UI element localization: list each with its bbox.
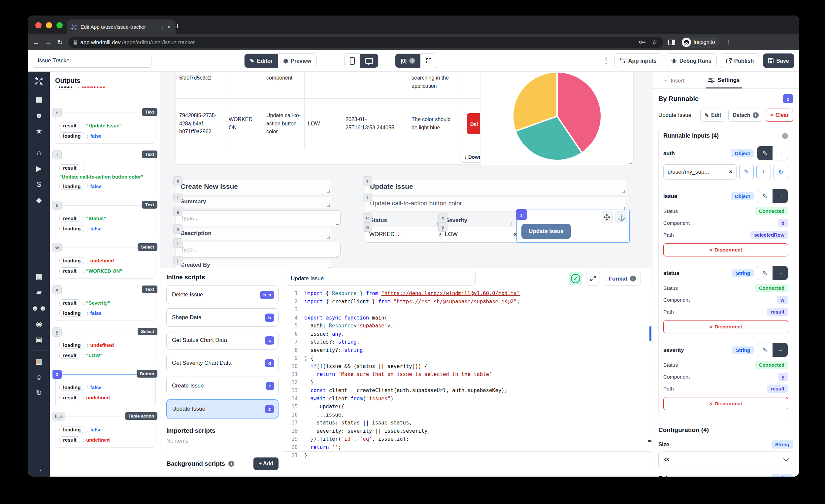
tab-insert[interactable]: +Insert [662, 72, 686, 88]
code-line[interactable]: 11 return 'Make sure that an issue is se… [283, 370, 652, 378]
more-menu-icon[interactable]: ⋮ [603, 57, 610, 65]
password-key-icon[interactable] [639, 41, 646, 44]
move-icon[interactable] [601, 211, 613, 223]
output-card-s[interactable]: sTextresult:"Update Issue"loading:false [55, 113, 155, 144]
new-tab-button[interactable]: + [175, 21, 180, 30]
output-card-z[interactable]: zButtonloading:falseresult:undefined [55, 374, 155, 405]
collapse-arrow-icon[interactable]: → [35, 465, 43, 473]
code-editor[interactable]: 1import { Resource } from "https://deno.… [283, 289, 652, 477]
favorites-star-icon[interactable]: ★ [35, 127, 42, 136]
output-card-b_a[interactable]: b_aTable actionloading:falseresult:undef… [55, 417, 155, 447]
status-label-comp[interactable]: u Status [365, 217, 439, 227]
reload-icon[interactable]: ↻ [57, 38, 63, 46]
script-item-z[interactable]: Update Issuez [166, 400, 279, 419]
description-label-comp[interactable]: h Description [175, 228, 331, 240]
code-line[interactable]: 2import { createClient } from "https://e… [283, 298, 652, 306]
component-tag[interactable]: y [438, 222, 447, 232]
zoom-window-button[interactable] [57, 22, 63, 28]
severity-label-comp[interactable]: x Severity [441, 217, 514, 227]
code-line[interactable]: 9) { [283, 354, 652, 362]
debug-runs-button[interactable]: Debug Runs [666, 54, 717, 68]
code-line[interactable]: 8 severity?: string [283, 346, 652, 355]
component-tag[interactable]: x [438, 213, 447, 222]
update-issue-header[interactable]: s Update Issue [365, 180, 626, 195]
fullscreen-button[interactable] [421, 54, 437, 68]
debug-counter-button[interactable]: |0|i [395, 54, 421, 68]
workers-robot-icon[interactable]: ▣ [35, 336, 43, 344]
clear-button[interactable]: ×Clear [766, 109, 793, 122]
expand-editor-button[interactable] [586, 272, 600, 286]
static-mode-button[interactable]: ✎ [757, 189, 772, 203]
app-canvas[interactable]: 5fd0f7d5c3c2componentsearching in the ap… [160, 72, 652, 268]
schedules-calendar-icon[interactable]: ▤ [35, 272, 43, 281]
script-item-b[interactable]: Shape Datab [166, 308, 279, 327]
publish-button[interactable]: Publish [721, 54, 759, 68]
table-row[interactable]: 5fd0f7d5c3c2componentsearching in the ap… [176, 72, 483, 99]
edit-button[interactable]: ✎Edit [700, 109, 726, 122]
component-tag[interactable]: g [173, 207, 182, 216]
summary-input[interactable]: g Type... [175, 210, 341, 226]
code-line[interactable]: 17 status: status || issue.status, [283, 419, 652, 427]
script-item-c[interactable]: Get Status Chart Datac [166, 331, 279, 350]
tab-preview[interactable]: ◉Preview [278, 54, 317, 68]
home-icon[interactable]: ⌂ [36, 149, 41, 157]
code-line[interactable]: 1import { Resource } from "https://deno.… [283, 289, 652, 298]
variables-dollar-icon[interactable]: $ [37, 180, 41, 189]
script-name-input[interactable]: Update Issue [286, 272, 475, 286]
issues-table[interactable]: 5fd0f7d5c3c2componentsearching in the ap… [175, 72, 483, 165]
add-resource-button[interactable]: + [756, 165, 771, 179]
code-line[interactable]: 20 return ''; [283, 443, 652, 451]
code-line[interactable]: 19 }).filter('id', 'eq', issue.id); [283, 435, 652, 443]
code-line[interactable]: 5 auth: Resource<'supabase'>, [283, 322, 652, 330]
user-icon[interactable]: ☻ [35, 111, 43, 120]
side-panel-icon[interactable] [668, 40, 675, 45]
component-tag[interactable]: e [173, 176, 182, 186]
code-line[interactable]: 4export async function main( [283, 314, 652, 322]
connect-mode-button[interactable]: → [772, 343, 788, 357]
groups-icon[interactable]: ☻☻ [31, 304, 47, 312]
static-mode-button[interactable]: ✎ [757, 343, 772, 357]
code-line[interactable]: 10 if(!(issue && (status || severity))) … [283, 362, 652, 371]
status-pie-chart[interactable] [480, 72, 633, 165]
static-mode-button[interactable]: ✎ [757, 266, 772, 280]
script-item-r[interactable]: Create Issuer [166, 377, 279, 395]
script-item-d[interactable]: Get Severity Chart Datad [166, 354, 279, 372]
forward-icon[interactable]: → [45, 38, 52, 46]
browser-menu-icon[interactable]: ⋮ [725, 38, 732, 46]
component-tag[interactable]: s [363, 176, 372, 186]
runs-play-icon[interactable]: ▶ [36, 164, 42, 173]
disconnect-button[interactable]: ×Disconnect [663, 320, 788, 333]
static-mode-button[interactable]: ✎ [757, 146, 772, 160]
save-button[interactable]: Save [763, 54, 794, 68]
back-icon[interactable]: ← [33, 38, 40, 46]
output-card-t[interactable]: tTextresult:"Update call-to-action butto… [55, 155, 155, 194]
component-tag[interactable]: i [173, 238, 182, 247]
tab-editor[interactable]: ✎Editor [244, 54, 278, 68]
code-line[interactable]: 21} [283, 451, 652, 460]
severity-select[interactable]: y LOW × [441, 226, 521, 242]
size-select[interactable]: xs [658, 451, 793, 467]
summary-label-comp[interactable]: f Summary [175, 196, 331, 208]
table-row[interactable]: 794208f5-2735-428a-b4af-b071ff0a2962WORK… [176, 99, 483, 149]
disconnect-button[interactable]: ×Disconnect [663, 397, 788, 410]
tab-close-icon[interactable]: × [166, 24, 172, 30]
app-inputs-button[interactable]: App inputs [614, 54, 662, 68]
code-line[interactable]: 18 severity: severity || issue.severity, [283, 427, 652, 435]
code-line[interactable]: 15 .update({ [283, 403, 652, 411]
component-tag[interactable]: h [173, 224, 182, 234]
sync-icon[interactable]: ↻ [36, 389, 42, 398]
output-card-y[interactable]: ySelectloading:undefinedresult:"LOW" [55, 332, 155, 363]
close-window-button[interactable] [35, 22, 42, 28]
create-issue-header[interactable]: e Create New Issue [175, 180, 331, 195]
code-line[interactable]: 14 await client.from("issues") [283, 395, 652, 403]
app-title-input[interactable]: Issue Tracker [33, 54, 151, 68]
add-background-script-button[interactable]: + Add [253, 457, 279, 470]
apps-icon[interactable]: ▦ [35, 95, 43, 104]
mobile-view-button[interactable] [345, 54, 360, 68]
disconnect-button[interactable]: ×Disconnect [663, 243, 788, 257]
bookmark-star-icon[interactable]: ☆ [652, 38, 658, 46]
component-tag-selected[interactable]: z [516, 209, 527, 220]
connect-mode-button[interactable]: → [772, 146, 788, 160]
update-button-component[interactable]: z ⚓ Update Issue [516, 210, 630, 242]
refresh-resource-button[interactable]: ↻ [773, 165, 788, 179]
